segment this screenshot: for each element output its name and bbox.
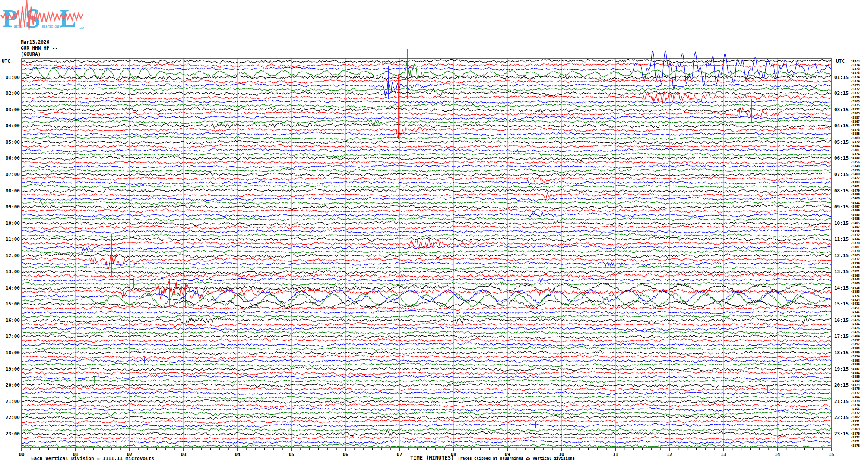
minute-tick-label: 03 [177,452,190,457]
scale-note: Each Vertical Division = 1111.11 microvo… [31,456,154,461]
trace-offset-value: -8974 [851,60,868,63]
trace-row-76 [22,367,831,371]
trace-offset-value: -5524 [851,299,868,302]
right-time-label: 09:15 [834,205,849,209]
trace-row-88 [22,415,831,420]
trace-offset-value: -5387 [851,226,868,229]
trace-row-74 [22,359,831,363]
trace-row-39 [22,217,831,221]
trace-offset-value: -5374 [851,80,868,83]
left-time-label: 04:00 [0,123,20,128]
trace-offset-value: -5431 [851,323,868,326]
trace-offset-value: -5331 [851,238,868,241]
left-time-label: 22:00 [0,415,20,420]
left-time-label: 08:00 [0,189,20,193]
trace-offset-value: -5378 [851,400,868,403]
trace-row-84 [22,399,831,403]
trace-offset-value: -5418 [851,287,868,290]
trace-row-85 [22,403,831,408]
trace-offset-value: -5496 [851,193,868,196]
trace-row-53 [22,273,831,278]
trace-offset-value: -5356 [851,161,868,164]
trace-row-51 [22,266,831,270]
trace-row-31 [22,184,831,188]
trace-offset-value: -5376 [851,387,868,390]
trace-row-93 [22,436,831,440]
trace-offset-value: -5374 [851,76,868,79]
trace-offset-value: -5373 [851,84,868,87]
minute-tick-label: 14 [771,452,784,457]
trace-offset-value: -5321 [851,270,868,273]
trace-row-72 [22,350,831,355]
trace-row-65 [22,323,831,327]
trace-row-87 [22,411,831,416]
trace-offset-value: -5397 [851,343,868,346]
trace-row-0 [22,59,831,63]
trace-offset-value: -5404 [851,335,868,338]
trace-row-26 [22,164,831,168]
trace-row-67 [22,331,831,334]
trace-row-21 [22,144,831,149]
trace-row-68 [22,334,831,339]
trace-offset-value: -5378 [851,444,868,447]
helicorder-page: PSLatraseismologyab Mar13,2026 GUR HHN H… [0,0,868,466]
trace-row-23 [22,152,831,157]
trace-row-20 [22,140,831,145]
trace-row-92 [22,431,831,436]
trace-row-95 [22,444,831,448]
trace-offset-value: -5372 [851,88,868,91]
minute-tick-label: 06 [339,452,352,457]
trace-offset-value: -5370 [851,96,868,99]
right-time-label: 10:15 [834,221,849,226]
trace-row-91 [22,428,831,432]
minute-tick-label: 12 [663,452,676,457]
trace-offset-value: -5405 [851,222,868,225]
trace-row-83 [22,396,831,400]
trace-offset-value: -5485 [851,214,868,217]
trace-offset-value: -5373 [851,129,868,132]
trace-row-70 [22,343,831,347]
trace-row-64 [22,318,831,324]
left-time-label: 21:00 [0,399,20,404]
trace-offset-value: -5432 [851,302,868,305]
trace-row-40 [22,221,831,226]
left-time-label: 01:00 [0,75,20,80]
trace-offset-value: -5355 [851,157,868,160]
trace-offset-value: -5486 [851,197,868,200]
trace-row-10 [22,100,831,104]
trace-row-25 [22,161,831,164]
x-axis-title: TIME (MINUTES) [410,455,454,460]
right-time-label: 20:15 [834,383,849,387]
minute-tick-label: 13 [717,452,730,457]
trace-offset-value: -5372 [851,412,868,415]
trace-offset-value: -5379 [851,141,868,144]
left-time-label: 10:00 [0,221,20,226]
trace-row-55 [22,281,831,286]
trace-offset-value: -5346 [851,266,868,269]
trace-row-43 [22,233,831,238]
trace-offset-value: -5400 [851,173,868,176]
right-time-label: 04:15 [834,123,849,128]
trace-offset-value: -5381 [851,246,868,249]
left-time-label: 11:00 [0,237,20,242]
trace-offset-value: -5373 [851,68,868,71]
trace-offset-value: -5367 [851,120,868,123]
trace-offset-value: -5381 [851,372,868,375]
right-time-label: 18:15 [834,350,849,355]
trace-offset-value: -5377 [851,392,868,395]
trace-row-18 [22,132,831,136]
right-time-label: 07:15 [834,172,849,177]
trace-row-78 [22,375,831,380]
trace-offset-value: -5500 [851,282,868,285]
trace-row-79 [22,379,831,383]
right-time-label: 06:15 [834,156,849,161]
trace-row-90 [22,423,831,428]
seismogram-traces [22,49,831,448]
left-time-label: 12:00 [0,253,20,258]
trace-row-45 [22,239,831,249]
trace-row-47 [22,250,831,254]
trace-offset-value: -5366 [851,408,868,411]
trace-offset-value: -5372 [851,108,868,111]
right-time-label: 16:15 [834,318,849,323]
trace-row-81 [22,387,831,391]
